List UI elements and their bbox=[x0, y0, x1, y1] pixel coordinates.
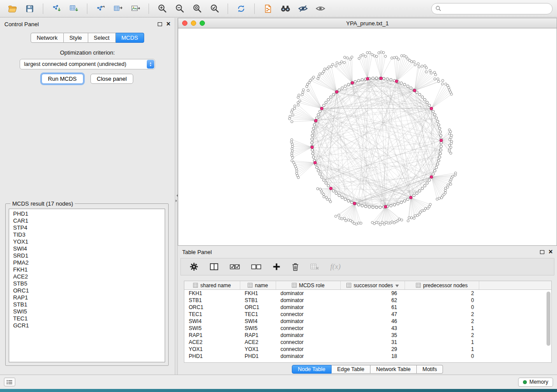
table-row[interactable]: TEC1TEC1connector472 bbox=[184, 311, 551, 318]
network-canvas[interactable] bbox=[178, 28, 557, 246]
result-node[interactable]: FKH1 bbox=[13, 266, 161, 273]
float-panel-icon[interactable] bbox=[158, 22, 162, 26]
panel-splitter[interactable] bbox=[175, 18, 178, 375]
table-row[interactable]: RAP1RAP1dominator352 bbox=[184, 332, 551, 339]
show-columns-button[interactable] bbox=[210, 263, 218, 271]
result-node[interactable]: ACE2 bbox=[13, 273, 161, 280]
result-node[interactable]: YOX1 bbox=[13, 238, 161, 245]
export-table-button[interactable] bbox=[110, 2, 126, 15]
table-row[interactable]: SWI5SWI5connector431 bbox=[184, 325, 551, 332]
tab-network[interactable]: Network bbox=[31, 33, 64, 43]
column-header-predecessor-nodes[interactable]: predecessor nodes bbox=[405, 281, 479, 289]
run-mcds-button[interactable]: Run MCDS bbox=[42, 74, 83, 84]
tab-edge-table[interactable]: Edge Table bbox=[332, 365, 370, 374]
zoom-out-button[interactable] bbox=[172, 2, 187, 15]
first-neighbors-button[interactable] bbox=[277, 2, 293, 15]
cell-name: FKH1 bbox=[240, 290, 276, 296]
table-toolbar: f(x) bbox=[180, 258, 554, 275]
cell-shared-name: RAP1 bbox=[184, 332, 240, 338]
column-header-shared-name[interactable]: shared name bbox=[184, 281, 240, 289]
cell-successor-nodes: 43 bbox=[341, 325, 405, 331]
control-panel-title: Control Panel bbox=[4, 21, 39, 28]
close-panel-button[interactable]: Close panel bbox=[90, 74, 134, 84]
result-node[interactable]: RAP1 bbox=[13, 294, 161, 301]
cell-predecessor-nodes: 0 bbox=[405, 304, 479, 310]
search-box[interactable] bbox=[431, 3, 553, 14]
cell-name: TEC1 bbox=[240, 311, 276, 317]
app-window: Control Panel × NetworkStyleSelectMCDS O… bbox=[0, 0, 557, 389]
function-builder-label: f(x) bbox=[330, 262, 341, 271]
table-row[interactable]: SWI4SWI4dominator462 bbox=[184, 318, 551, 325]
table-row[interactable]: PHD1PHD1dominator180 bbox=[184, 353, 551, 360]
cell-predecessor-nodes: 2 bbox=[405, 311, 479, 317]
result-node[interactable]: TEC1 bbox=[13, 315, 161, 322]
export-image-button[interactable] bbox=[128, 2, 143, 15]
result-node[interactable]: SWI5 bbox=[13, 308, 161, 315]
tab-style[interactable]: Style bbox=[64, 33, 88, 43]
result-node[interactable]: STB1 bbox=[13, 301, 161, 308]
zoom-fit-button[interactable] bbox=[189, 2, 205, 15]
memory-status-icon bbox=[523, 380, 527, 384]
tab-select[interactable]: Select bbox=[88, 33, 116, 43]
search-input[interactable] bbox=[444, 6, 548, 12]
import-table-button[interactable] bbox=[66, 2, 82, 15]
table-row[interactable]: ACE2ACE2connector311 bbox=[184, 339, 551, 346]
result-node[interactable]: SRD1 bbox=[13, 252, 161, 259]
show-all-button[interactable] bbox=[312, 2, 328, 15]
export-network-button[interactable] bbox=[93, 2, 108, 15]
result-node[interactable]: PMA2 bbox=[13, 259, 161, 266]
deselect-all-button[interactable] bbox=[251, 263, 261, 270]
hide-selected-button[interactable] bbox=[295, 2, 311, 15]
cell-successor-nodes: 46 bbox=[341, 318, 405, 324]
cell-predecessor-nodes: 1 bbox=[405, 346, 479, 352]
column-header-successor-nodes[interactable]: successor nodes bbox=[341, 281, 405, 289]
result-node[interactable]: PHD1 bbox=[13, 210, 161, 217]
table-tabs: Node TableEdge TableNetwork TableMotifs bbox=[292, 365, 443, 374]
open-file-button[interactable] bbox=[4, 2, 20, 15]
result-node[interactable]: CAR1 bbox=[13, 217, 161, 224]
table-row[interactable]: STB1STB1dominator620 bbox=[184, 297, 551, 304]
select-all-button[interactable] bbox=[230, 263, 240, 270]
cell-predecessor-nodes: 2 bbox=[405, 290, 479, 296]
network-graph[interactable] bbox=[178, 28, 557, 245]
result-node[interactable]: STB5 bbox=[13, 280, 161, 287]
network-title: YPA_prune.txt_1 bbox=[178, 20, 557, 27]
result-node[interactable]: TID3 bbox=[13, 231, 161, 238]
tab-node-table[interactable]: Node Table bbox=[292, 365, 332, 374]
table-scrollbar-thumb[interactable] bbox=[547, 292, 550, 346]
zoom-selected-button[interactable] bbox=[207, 2, 222, 15]
share-document-button[interactable] bbox=[260, 2, 276, 15]
import-network-button[interactable] bbox=[48, 2, 64, 15]
table-settings-button[interactable] bbox=[190, 262, 198, 271]
cell-shared-name: PHD1 bbox=[184, 353, 240, 359]
column-header-name[interactable]: name bbox=[240, 281, 276, 289]
tab-network-table[interactable]: Network Table bbox=[370, 365, 417, 374]
column-header-MCDS-role[interactable]: MCDS role bbox=[276, 281, 341, 289]
tab-mcds[interactable]: MCDS bbox=[116, 33, 144, 43]
mcds-result-list[interactable]: PHD1CAR1STP4TID3YOX1SWI4SRD1PMA2FKH1ACE2… bbox=[9, 209, 165, 362]
table-row[interactable]: FKH1FKH1dominator962 bbox=[184, 290, 551, 297]
result-node[interactable]: SWI4 bbox=[13, 245, 161, 252]
result-node[interactable]: ORC1 bbox=[13, 287, 161, 294]
close-panel-icon[interactable]: × bbox=[166, 21, 170, 28]
panel-menu-button[interactable] bbox=[4, 378, 15, 386]
optimization-select[interactable]: largest connected component (undirected)… bbox=[20, 59, 155, 69]
table-row[interactable]: ORC1ORC1dominator610 bbox=[184, 304, 551, 311]
cell-shared-name: ORC1 bbox=[184, 304, 240, 310]
cell-successor-nodes: 62 bbox=[341, 297, 405, 303]
cell-shared-name: TEC1 bbox=[184, 311, 240, 317]
result-node[interactable]: STP4 bbox=[13, 224, 161, 231]
memory-button[interactable]: Memory bbox=[518, 378, 553, 387]
table-row[interactable]: YOX1YOX1connector291 bbox=[184, 346, 551, 353]
cell-MCDS-role: dominator bbox=[276, 304, 341, 310]
close-table-panel-icon[interactable]: × bbox=[549, 248, 553, 255]
add-column-button[interactable] bbox=[273, 263, 280, 271]
apply-layout-button[interactable] bbox=[233, 2, 249, 15]
save-button[interactable] bbox=[22, 2, 38, 15]
delete-column-button[interactable] bbox=[292, 263, 299, 271]
zoom-in-button[interactable] bbox=[154, 2, 170, 15]
cell-successor-nodes: 29 bbox=[341, 346, 405, 352]
tab-motifs[interactable]: Motifs bbox=[417, 365, 443, 374]
result-node[interactable]: GCR1 bbox=[13, 322, 161, 329]
float-table-panel-icon[interactable] bbox=[540, 250, 544, 254]
